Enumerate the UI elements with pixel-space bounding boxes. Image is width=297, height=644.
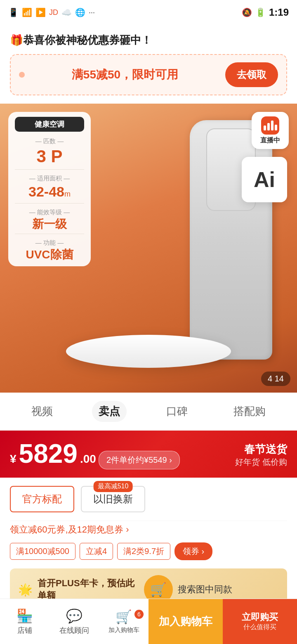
plus-text-bold: 首开PLUS年卡，预估此单额: [38, 578, 134, 601]
bar2: [267, 123, 270, 130]
tab-video[interactable]: 视频: [25, 401, 59, 422]
advisor-icon: 💬: [66, 608, 82, 624]
trade-label: 以旧换新: [93, 493, 133, 504]
festival-delivery: 春节送货 好年货 低价购: [235, 442, 287, 468]
bar1: [264, 125, 266, 130]
bottom-tab-advisor[interactable]: 💬 在线顾问: [50, 608, 99, 635]
tab-bundle[interactable]: 搭配购: [227, 401, 272, 422]
divider2: [15, 203, 84, 204]
spec-label-area: — 适用面积 —: [15, 173, 84, 184]
battery-icon: 🔋: [255, 7, 266, 17]
buy-sub-label: 什么值得买: [243, 623, 276, 632]
cloud-icon: ☁️: [61, 7, 72, 17]
coupon-title: 🎁恭喜你被神秘优惠券砸中！: [10, 33, 287, 47]
spec-label-function: — 功能 —: [15, 237, 84, 249]
trade-option-button[interactable]: 最高减510 以旧换新: [81, 486, 145, 512]
bar3: [271, 121, 273, 130]
bottom-action-btns: 加入购物车 立即购买 什么值得买: [148, 599, 297, 644]
spec-value-power: 3 P: [15, 147, 84, 166]
wifi-icon: 📶: [22, 7, 32, 17]
status-right: 🔕 🔋 1:19: [242, 7, 289, 18]
tab-reviews[interactable]: 口碑: [160, 401, 194, 422]
mute-icon: 🔕: [242, 7, 252, 17]
spec-label-efficiency: — 能效等级 —: [15, 207, 84, 218]
cart-icon: 🛒: [150, 582, 167, 597]
tabs-bar: 视频 卖点 口碑 搭配购: [0, 393, 297, 431]
festival-sub: 好年货 低价购: [235, 457, 287, 468]
ac-unit-visual: [190, 120, 272, 360]
cart-icon-tab: 🛒: [116, 609, 132, 625]
page-indicator: 4 14: [261, 372, 290, 386]
price-currency: ¥: [10, 452, 16, 466]
store-label: 店铺: [17, 625, 32, 635]
coupon-dot: [19, 72, 25, 78]
plus-text: 首开PLUS年卡，预估此单额: [38, 577, 139, 602]
options-row: 官方标配 最高减510 以旧换新: [10, 486, 287, 512]
stage-base: [66, 335, 231, 368]
trade-badge: 最高减510: [94, 481, 133, 492]
promo-tags-row: 满10000减500 立减4 满2类9.7折 领券 ›: [10, 542, 287, 560]
price-main: ¥ 5829 .00 2件单价约¥5549 ›: [10, 440, 180, 469]
product-image-area: 健康空调 — 匹数 — 3 P — 适用面积 — 32-48m — 能效等级 —…: [0, 104, 297, 393]
live-text: 直播中: [260, 136, 280, 145]
product-specs-panel: 健康空调 — 匹数 — 3 P — 适用面积 — 32-48m — 能效等级 —…: [8, 112, 91, 266]
advisor-label: 在线顾问: [59, 625, 89, 635]
live-icon: [261, 116, 279, 135]
price-section: ¥ 5829 .00 2件单价约¥5549 › 春节送货 好年货 低价购: [0, 431, 297, 478]
divider3: [15, 234, 84, 234]
tab-selling-points[interactable]: 卖点: [92, 401, 127, 422]
globe-icon: 🌐: [75, 7, 85, 17]
cart-badge: 6: [134, 610, 144, 619]
spec-value-area: 32-48m: [15, 184, 84, 199]
bar4: [275, 125, 277, 130]
promo-tag-2[interactable]: 立减4: [80, 543, 113, 560]
spec-header: 健康空调: [15, 117, 84, 132]
standard-option-button[interactable]: 官方标配: [10, 486, 74, 512]
music-icon: ▶️: [35, 7, 46, 17]
spec-value-efficiency: 新一级: [15, 218, 84, 231]
bottom-tab-cart[interactable]: 🛒 6 加入购物车: [99, 609, 148, 634]
plus-icon: 🌟: [18, 583, 33, 597]
collect-coupon-button[interactable]: 领券 ›: [174, 542, 212, 560]
live-bars: [264, 121, 277, 130]
ai-badge[interactable]: Ai: [242, 157, 287, 202]
coupon-info[interactable]: 领立减60元券,及12期免息券 ›: [10, 521, 287, 542]
status-bar: 📱 📶 ▶️ JD ☁️ 🌐 ··· 🔕 🔋 1:19: [0, 0, 297, 25]
jd-icon: JD: [49, 8, 58, 17]
coupon-text: 满55减50，限时可用: [25, 67, 225, 83]
search-similar-text[interactable]: 搜索图中同款: [178, 583, 279, 596]
divider1: [15, 169, 84, 170]
live-badge[interactable]: 直播中: [252, 112, 289, 149]
price-integer: 5829: [19, 440, 78, 467]
festival-title: 春节送货: [235, 442, 287, 457]
status-icons: 📱 📶 ▶️ JD ☁️ 🌐 ···: [8, 7, 95, 17]
buy-now-button[interactable]: 立即购买 什么值得买: [223, 599, 297, 644]
promo-tag-3[interactable]: 满2类9.7折: [117, 543, 170, 560]
status-time: 1:19: [269, 7, 289, 18]
coupon-row: 满55减50，限时可用 去领取: [10, 54, 287, 95]
price-row: ¥ 5829 .00 2件单价约¥5549 › 春节送货 好年货 低价购: [10, 440, 287, 469]
coupon-banner: 🎁恭喜你被神秘优惠券砸中！ 满55减50，限时可用 去领取: [0, 25, 297, 104]
cart-tab-label: 加入购物车: [108, 626, 139, 634]
bottom-tab-store[interactable]: 🏪 店铺: [0, 608, 50, 635]
spec-label-power: — 匹数 —: [15, 136, 84, 147]
price-multi-tag[interactable]: 2件单价约¥5549 ›: [99, 451, 180, 469]
store-icon: 🏪: [16, 608, 33, 624]
price-decimal: .00: [80, 452, 96, 466]
bottom-bar: 🏪 店铺 💬 在线顾问 🛒 6 加入购物车 加入购物车 立即购买 什么值得买: [0, 599, 297, 644]
notification-icon: 📱: [8, 7, 19, 17]
spec-value-function: UVC除菌: [15, 249, 84, 261]
more-icon: ···: [89, 8, 95, 17]
buy-label: 立即购买: [242, 611, 278, 623]
claim-coupon-button[interactable]: 去领取: [225, 62, 278, 87]
add-to-cart-button[interactable]: 加入购物车: [148, 599, 223, 644]
promo-tag-1[interactable]: 满10000减500: [10, 543, 75, 560]
